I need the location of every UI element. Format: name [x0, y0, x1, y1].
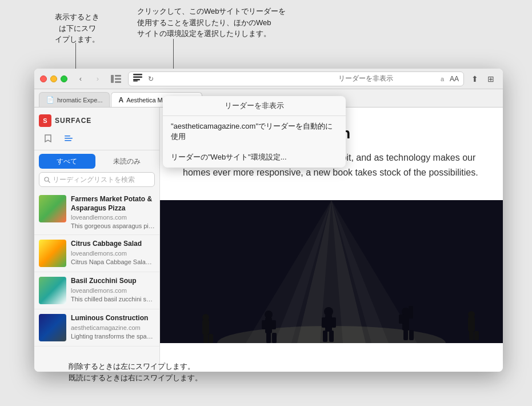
close-button[interactable] [40, 75, 47, 82]
svg-rect-7 [133, 81, 138, 82]
svg-rect-23 [331, 317, 336, 328]
svg-rect-24 [323, 331, 327, 342]
sidebar-toggle-button[interactable] [109, 73, 123, 85]
svg-rect-36 [403, 330, 408, 340]
tab-chromatic[interactable]: 📄 hromatic Expe... [39, 92, 110, 107]
svg-rect-35 [409, 306, 413, 319]
bookmarks-icon[interactable] [41, 132, 55, 145]
svg-line-12 [49, 181, 50, 182]
item-desc-2: This chilled basil zucchini soup recipe … [71, 295, 155, 303]
svg-rect-44 [469, 331, 474, 340]
article-image [160, 200, 503, 343]
item-title-2: Basil Zucchini Soup [71, 277, 155, 286]
svg-rect-10 [65, 140, 71, 141]
dropdown-item-auto-use[interactable]: "aestheticamagazine.com"でリーダーを自動的に使用 [163, 116, 346, 147]
url-bar[interactable]: ↻ リーダーを非表示 a AA [128, 71, 464, 86]
sidebar-icons-row [39, 129, 155, 145]
item-info-2: Basil Zucchini Soup loveandlemons.com Th… [71, 277, 155, 304]
svg-point-26 [265, 311, 273, 319]
svg-rect-2 [115, 78, 121, 79]
filter-unread-button[interactable]: 未読のみ [99, 154, 155, 169]
svg-point-11 [45, 177, 49, 181]
item-info-0: Farmers Market Potato & Asparagus Pizza … [71, 195, 155, 230]
svg-rect-0 [111, 75, 114, 83]
svg-rect-34 [399, 315, 403, 324]
toolbar-right: ⬆ ⊞ [469, 73, 497, 85]
aa-button[interactable]: AA [450, 75, 459, 83]
list-item[interactable]: Citrus Cabbage Salad loveandlemons.com C… [34, 235, 159, 272]
svg-rect-6 [133, 79, 140, 81]
reader-mode-icon[interactable] [133, 74, 142, 83]
svg-rect-28 [262, 320, 266, 329]
item-info-3: Luminous Construction aestheticamagazine… [71, 314, 155, 341]
tab-favicon-chromatic: 📄 [46, 96, 54, 104]
svg-rect-31 [272, 333, 277, 343]
brand-icon: S [39, 114, 51, 127]
svg-rect-41 [209, 334, 213, 343]
item-thumbnail-2 [39, 277, 66, 304]
filter-row: すべて 未読のみ [34, 150, 159, 172]
item-domain-2: loveandlemons.com [71, 287, 155, 294]
svg-rect-9 [65, 138, 73, 139]
reading-list: Farmers Market Potato & Asparagus Pizza … [34, 190, 159, 372]
item-thumbnail-3 [39, 314, 66, 341]
svg-rect-43 [468, 317, 475, 332]
maximize-button[interactable] [61, 75, 67, 82]
item-info-1: Citrus Cabbage Salad loveandlemons.com C… [71, 240, 155, 267]
svg-rect-3 [115, 81, 121, 83]
svg-rect-40 [203, 334, 208, 343]
reader-dropdown-menu: リーダーを非表示 "aestheticamagazine.com"でリーダーを自… [163, 96, 346, 168]
list-item[interactable]: Farmers Market Potato & Asparagus Pizza … [34, 190, 159, 235]
svg-rect-30 [266, 333, 271, 343]
sidebar-header: S SURFACE [34, 108, 159, 150]
item-title-1: Citrus Cabbage Salad [71, 240, 155, 249]
filter-all-button[interactable]: すべて [39, 154, 95, 169]
search-row: リーディングリストを検索 [34, 172, 159, 190]
svg-rect-22 [322, 317, 326, 328]
dropdown-header: リーダーを非表示 [163, 96, 346, 116]
share-button[interactable]: ⬆ [469, 73, 481, 85]
svg-rect-5 [133, 77, 142, 78]
minimize-button[interactable] [50, 75, 57, 82]
svg-point-32 [402, 308, 410, 316]
svg-rect-45 [474, 331, 479, 340]
annotation-top-right: クリックして、このWebサイトでリーダーを 使用することを選択したり、ほかのWe… [137, 6, 309, 39]
title-bar: ‹ › ↻ リーダーを非表示 a [34, 69, 503, 89]
item-desc-0: This gorgeous asparagus pizza is the bes… [71, 222, 155, 230]
svg-rect-29 [271, 320, 276, 329]
traffic-lights [40, 75, 67, 82]
url-refresh-icon: ↻ [146, 75, 291, 83]
back-button[interactable]: ‹ [74, 73, 87, 85]
item-domain-1: loveandlemons.com [71, 250, 155, 257]
list-item[interactable]: Luminous Construction aestheticamagazine… [34, 309, 159, 347]
reading-list-icon[interactable] [62, 132, 75, 145]
annotation-top-left: 表示するとき は下にスワ イプします。 [51, 11, 103, 45]
dropdown-item-website-settings[interactable]: リーダーの"Webサイト"環境設定... [163, 147, 346, 168]
item-domain-3: aestheticamagazine.com [71, 324, 155, 331]
brand-label: SURFACE [55, 117, 91, 125]
item-desc-3: Lighting transforms the spaces we inhabi… [71, 332, 155, 340]
svg-rect-4 [133, 74, 142, 75]
tab-overview-button[interactable]: ⊞ [485, 73, 497, 85]
annotation-line-right [173, 39, 174, 73]
item-title-0: Farmers Market Potato & Asparagus Pizza [71, 195, 155, 213]
svg-rect-25 [329, 331, 334, 342]
search-icon [44, 177, 50, 183]
svg-rect-8 [65, 136, 70, 137]
url-display: リーダーを非表示 [294, 74, 437, 83]
list-item[interactable]: Basil Zucchini Soup loveandlemons.com Th… [34, 272, 159, 309]
svg-rect-1 [115, 75, 121, 77]
search-box[interactable]: リーディングリストを検索 [39, 172, 155, 187]
svg-rect-37 [409, 330, 414, 340]
reading-list-sidebar: S SURFACE [34, 108, 160, 372]
svg-rect-39 [202, 320, 209, 335]
item-thumbnail-0 [39, 195, 66, 222]
item-desc-1: Citrus Napa Cabbage Salad is a healthy, … [71, 258, 155, 266]
sidebar-brand: S SURFACE [39, 112, 155, 129]
search-placeholder: リーディングリストを検索 [53, 175, 135, 185]
item-thumbnail-1 [39, 240, 66, 267]
forward-button[interactable]: › [91, 73, 104, 85]
tab-favicon-aesthetica: A [118, 96, 123, 104]
font-size-icon: a [441, 75, 444, 82]
item-title-3: Luminous Construction [71, 314, 155, 323]
